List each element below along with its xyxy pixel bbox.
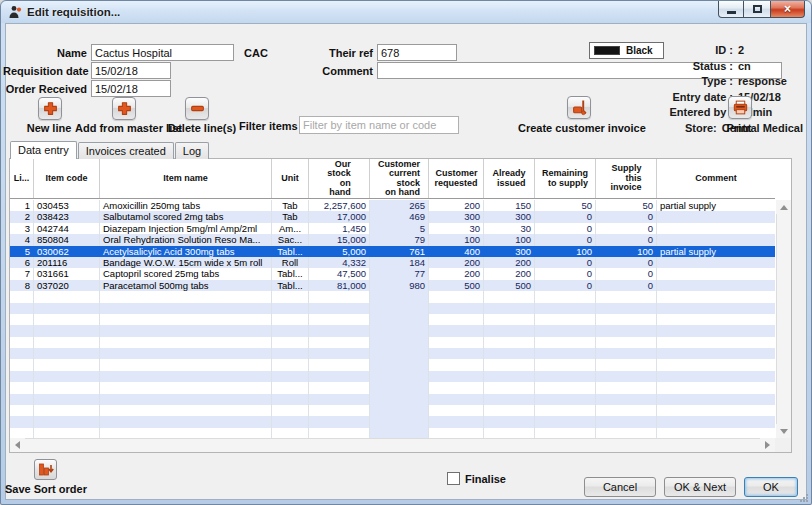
- cancel-button[interactable]: Cancel: [584, 477, 656, 497]
- name-input[interactable]: [91, 44, 234, 61]
- cell-supply[interactable]: 0: [596, 280, 657, 291]
- cell-supply[interactable]: 0: [596, 268, 657, 279]
- table-row[interactable]: 5030062Acetylsalicylic Acid 300mg tabsTa…: [10, 246, 775, 257]
- scroll-right-button[interactable]: [760, 438, 775, 452]
- cell-empty: [100, 359, 272, 370]
- cell-empty: [10, 428, 34, 438]
- cell-empty: [429, 416, 484, 427]
- cell-name: Captopril scored 25mg tabs: [100, 268, 272, 279]
- cell-unit: Tabl...: [272, 246, 309, 257]
- tab-log[interactable]: Log: [175, 142, 209, 159]
- print-button[interactable]: [728, 96, 752, 119]
- cell-empty: [535, 348, 596, 359]
- cell-comment[interactable]: [657, 280, 775, 291]
- new-line-button[interactable]: [38, 97, 62, 120]
- cell-empty: [370, 405, 429, 416]
- cell-supply[interactable]: 0: [596, 223, 657, 234]
- print-label: Print: [719, 122, 759, 134]
- column-header-name[interactable]: Item name: [100, 159, 272, 198]
- requisition-date-label: Requisition date: [3, 65, 87, 77]
- cell-empty: [596, 416, 657, 427]
- delete-lines-label: Delete line(s): [167, 122, 237, 134]
- table-row-empty: [10, 337, 775, 348]
- scroll-up-button[interactable]: [776, 200, 791, 214]
- tab-invoices-created[interactable]: Invoices created: [78, 142, 174, 159]
- table-row[interactable]: 4850804Oral Rehydration Solution Reso Ma…: [10, 234, 775, 245]
- table-row[interactable]: 8037020Paracetamol 500mg tabsTabl...81,0…: [10, 280, 775, 291]
- table-row[interactable]: 2038423Salbutamol scored 2mg tabsTab17,0…: [10, 211, 775, 222]
- maximize-button[interactable]: [744, 1, 770, 18]
- save-sort-order-button[interactable]: [34, 459, 57, 480]
- create-customer-invoice-button[interactable]: [567, 96, 591, 119]
- scroll-left-button[interactable]: [10, 438, 25, 452]
- cell-empty: [272, 314, 309, 325]
- cell-supply[interactable]: 100: [596, 246, 657, 257]
- cell-comment[interactable]: [657, 268, 775, 279]
- arrow-down-icon: [780, 429, 788, 434]
- horizontal-scrollbar[interactable]: [10, 438, 775, 452]
- cell-empty: [309, 337, 370, 348]
- cell-supply[interactable]: 0: [596, 234, 657, 245]
- column-header-unit[interactable]: Unit: [272, 159, 309, 198]
- ok-button[interactable]: OK: [744, 477, 798, 497]
- status-label: Entered by :: [621, 105, 733, 121]
- cell-cust_stock: 265: [370, 200, 429, 211]
- column-header-issued[interactable]: Already issued: [484, 159, 535, 198]
- tab-data-entry[interactable]: Data entry: [10, 141, 77, 159]
- cell-comment[interactable]: [657, 223, 775, 234]
- cell-empty: [10, 314, 34, 325]
- cell-empty: [429, 394, 484, 405]
- hand-truck-icon: [571, 99, 588, 116]
- column-header-requested[interactable]: Customer requested: [429, 159, 484, 198]
- cell-supply[interactable]: 0: [596, 257, 657, 268]
- cell-empty: [484, 303, 535, 314]
- column-header-cust_stock[interactable]: Customer current stock on hand: [370, 159, 429, 198]
- order-received-input[interactable]: [91, 80, 171, 97]
- table-row[interactable]: 3042744Diazepam Injection 5mg/ml Amp/2ml…: [10, 223, 775, 234]
- delete-lines-button[interactable]: [185, 97, 209, 120]
- status-label: ID :: [621, 43, 733, 59]
- resize-grip[interactable]: [799, 493, 809, 503]
- cell-comment[interactable]: [657, 211, 775, 222]
- table-row-empty: [10, 291, 775, 302]
- cell-comment[interactable]: partial supply: [657, 246, 775, 257]
- close-button[interactable]: ×: [770, 1, 805, 18]
- add-from-master-list-button[interactable]: [112, 97, 136, 120]
- table-row[interactable]: 7031661Captopril scored 25mg tabsTabl...…: [10, 268, 775, 279]
- requisition-date-input[interactable]: [91, 62, 171, 79]
- vertical-scrollbar[interactable]: [776, 200, 791, 438]
- column-header-comment[interactable]: Comment: [657, 159, 775, 198]
- cell-comment[interactable]: partial supply: [657, 200, 775, 211]
- column-header-our_stock[interactable]: Our stock on hand: [309, 159, 370, 198]
- cell-empty: [657, 382, 775, 393]
- cell-our_stock: 4,332: [309, 257, 370, 268]
- scroll-down-button[interactable]: [776, 424, 791, 438]
- cell-unit: Sac...: [272, 234, 309, 245]
- cell-code: 030062: [34, 246, 100, 257]
- cell-empty: [535, 291, 596, 302]
- table-row[interactable]: 1030453Amoxicillin 250mg tabsTab2,257,60…: [10, 200, 775, 211]
- their-ref-input[interactable]: [377, 44, 457, 61]
- table-row-empty: [10, 314, 775, 325]
- column-header-supply[interactable]: Supply this invoice: [596, 159, 657, 198]
- cell-empty: [370, 416, 429, 427]
- ok-and-next-button[interactable]: OK & Next: [664, 477, 736, 497]
- cell-empty: [370, 325, 429, 336]
- cell-comment[interactable]: [657, 234, 775, 245]
- column-header-line[interactable]: Li...: [10, 159, 34, 198]
- cell-comment[interactable]: [657, 257, 775, 268]
- cell-empty: [657, 359, 775, 370]
- new-line-label: New line: [21, 122, 77, 134]
- order-received-label: Order Received: [3, 83, 87, 95]
- column-header-code[interactable]: Item code: [34, 159, 100, 198]
- cell-empty: [10, 337, 34, 348]
- minimize-button[interactable]: [718, 1, 744, 18]
- finalise-checkbox[interactable]: [447, 472, 460, 485]
- filter-items-input[interactable]: [299, 116, 459, 134]
- cell-supply[interactable]: 50: [596, 200, 657, 211]
- table-row[interactable]: 6201116Bandage W.O.W. 15cm wide x 5m rol…: [10, 257, 775, 268]
- cell-line: 5: [10, 246, 34, 257]
- cell-supply[interactable]: 0: [596, 211, 657, 222]
- column-header-remaining[interactable]: Remaining to supply: [535, 159, 596, 198]
- title-bar[interactable]: Edit requisition... ×: [1, 1, 811, 23]
